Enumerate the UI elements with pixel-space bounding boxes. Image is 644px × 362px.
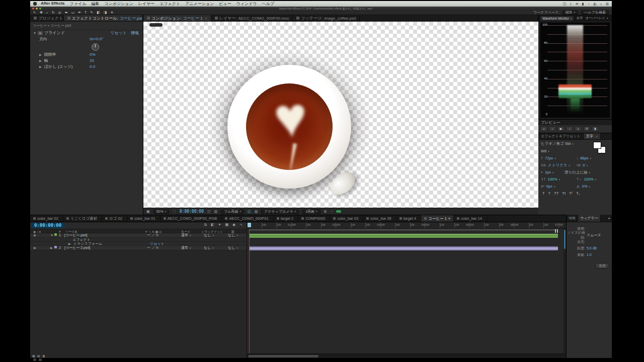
close-tab-icon[interactable]: ×: [448, 216, 450, 221]
menu-item[interactable]: ビュー: [219, 1, 231, 7]
composition-mini-flowchart-icon[interactable]: ⧉: [204, 223, 207, 227]
direction-value[interactable]: 0x+0.0°: [90, 36, 103, 42]
collapse-triangle-icon[interactable]: ▶: [39, 65, 42, 68]
collapse-triangle-icon[interactable]: ▶: [39, 59, 42, 62]
vertical-scale-select[interactable]: 100%: [548, 177, 560, 182]
transform-reset-link[interactable]: リセット: [150, 242, 165, 246]
wifi-icon[interactable]: ≋: [576, 1, 579, 7]
menu-item[interactable]: レイヤー: [138, 1, 155, 7]
timeline-comp-tab[interactable]: target 4: [396, 215, 421, 222]
shape-tool[interactable]: ▭: [71, 10, 75, 15]
effect-about-link[interactable]: 情報: [131, 30, 139, 36]
rotation-dial[interactable]: [92, 43, 99, 51]
rotation-tool[interactable]: ↻: [52, 10, 55, 15]
stroke-style-select[interactable]: 塗りの上に線: [565, 170, 590, 174]
effect-header-row[interactable]: ▼fxブラインド リセット 情報: [30, 30, 143, 36]
menu-item[interactable]: After Effects: [41, 1, 65, 7]
tracking-select[interactable]: 0: [583, 163, 588, 167]
workspace-select[interactable]: 標準: [562, 11, 579, 15]
field-value[interactable]: スムーズ: [587, 233, 601, 238]
track-matte-select[interactable]: なし: [204, 233, 214, 237]
motion-blur-icon[interactable]: ◉: [232, 223, 235, 227]
tab-effect-controls[interactable]: エフェクトコントロール: コーヒー.psd ×: [64, 15, 143, 21]
hide-shy-icon[interactable]: ✦: [218, 223, 221, 227]
tab-effects-presets[interactable]: エフェクト＆プリセット: [538, 133, 584, 139]
blend-mode-select[interactable]: 通常: [181, 246, 191, 250]
horizontal-scale-select[interactable]: 100%: [584, 177, 597, 182]
field-value[interactable]: 5.0 /秒: [587, 246, 597, 251]
effect-reset-link[interactable]: リセット: [110, 30, 127, 36]
collapse-triangle-icon[interactable]: ▶: [68, 242, 71, 246]
timeline-track-area[interactable]: 10f20f01:00f10f20f02:00f10f20f03:00f10f2…: [247, 222, 566, 358]
expand-triangle-icon[interactable]: ▼: [33, 32, 36, 35]
time-ruler[interactable]: 10f20f01:00f10f20f02:00f10f20f03:00f10f2…: [247, 222, 567, 229]
minimize-window-button[interactable]: [36, 8, 38, 10]
region-of-interest-icon[interactable]: ⬚: [173, 210, 176, 214]
faux-style-button[interactable]: T: [542, 191, 545, 196]
fast-preview-indicator[interactable]: [336, 210, 341, 213]
display-icon[interactable]: ◫: [563, 1, 567, 7]
faux-style-button[interactable]: Tt: [562, 191, 566, 196]
tab-project[interactable]: プロジェクト: [30, 15, 64, 21]
width-value[interactable]: 20: [90, 58, 94, 64]
view-layout-select[interactable]: 1画面: [302, 210, 320, 214]
apple-menu-icon[interactable]: [33, 2, 37, 6]
magnification-select[interactable]: 50%: [153, 210, 170, 214]
timeline-comp-tab[interactable]: AECC_COMO_000P01: [222, 215, 273, 222]
hand-tool[interactable]: ✥: [40, 10, 43, 15]
tab-composition[interactable]: コンポジション: コーヒー 1 ×: [143, 15, 211, 21]
effect-property-row[interactable]: ▶ 幅 20: [30, 58, 143, 64]
current-time-display[interactable]: 0:00:00:00: [31, 223, 64, 228]
selection-tool[interactable]: ↖: [33, 10, 36, 15]
draft-3d-icon[interactable]: ◧: [211, 223, 214, 227]
effect-property-row[interactable]: 方向 0x+0.0°: [30, 36, 143, 42]
expand-transfer-controls-icon[interactable]: ▤: [37, 354, 40, 357]
layer-row[interactable]: ◉ ▼ 1 [コーヒー.psd] 〜 ／ fx 通常 なし なし: [30, 233, 247, 238]
tab-footage[interactable]: フッテージ: image_coffee.psd: [293, 15, 360, 21]
completion-value[interactable]: 0%: [90, 52, 96, 58]
layer-name[interactable]: [コーヒー.psd]: [64, 233, 87, 237]
layer-name[interactable]: [コーヒー 2.psd]: [64, 246, 90, 250]
work-area-bar[interactable]: [249, 229, 558, 231]
scope-type-select[interactable]: Waveform Monitor: [540, 16, 574, 21]
current-time-indicator[interactable]: [248, 223, 251, 227]
menu-item[interactable]: コンポジション: [104, 1, 133, 7]
composition-viewer[interactable]: ♥: [143, 22, 538, 208]
timeline-comp-tab[interactable]: AECC_COMO_000P00_RGB: [160, 215, 222, 222]
ram-preview-button[interactable]: ▮: [592, 126, 599, 131]
timeline-comp-tab[interactable]: target 2: [274, 215, 298, 222]
transform-group-row[interactable]: ▶ トランスフォーム リセット: [30, 242, 247, 246]
pasteboard-icon[interactable]: [33, 358, 36, 361]
timeline-comp-tab[interactable]: color_bar 01: [127, 215, 160, 222]
font-family-select[interactable]: ヒラギノ角ゴ Std: [541, 141, 574, 146]
resolution-select[interactable]: フル画質: [221, 210, 244, 214]
effect-property-row[interactable]: ▶ ぼかし (エッジ) 0.0: [30, 64, 143, 70]
unified-camera-tool[interactable]: ◎: [58, 10, 61, 15]
spotlight-icon[interactable]: ⌕: [600, 1, 602, 7]
pasteboard-icon[interactable]: [39, 358, 42, 361]
timeline-comp-tab[interactable]: color_bar 02: [30, 215, 63, 222]
menu-item[interactable]: エフェクト: [159, 1, 180, 7]
menu-item[interactable]: ヘルプ: [262, 1, 275, 7]
panel-menu-icon[interactable]: ▸: [608, 216, 612, 220]
type-tool[interactable]: T: [85, 10, 87, 15]
battery-icon[interactable]: ▮: [582, 1, 584, 7]
faux-style-button[interactable]: T: [548, 191, 551, 196]
notification-center-icon[interactable]: ☰: [606, 1, 609, 7]
leading-select[interactable]: 86px: [580, 156, 591, 160]
frame-blend-icon[interactable]: ▦: [225, 223, 228, 227]
collapse-triangle-icon[interactable]: ▶: [39, 53, 42, 56]
eye-icon[interactable]: ◉: [33, 233, 36, 237]
tab-layer[interactable]: レイヤー: AECC_COMO_000P00.mov: [211, 15, 293, 21]
timeline-comp-tab[interactable]: color_bar 05: [363, 215, 396, 222]
track-matte-select[interactable]: なし: [204, 246, 214, 250]
timeline-comp-tab[interactable]: コーヒー 1 ×: [421, 215, 454, 222]
input-source-icon[interactable]: あ: [593, 1, 597, 7]
display-mode-select[interactable]: オーバーレイ: [585, 16, 608, 21]
first-frame-button[interactable]: «: [540, 126, 547, 131]
timeline-comp-tab[interactable]: COMP0000: [298, 215, 330, 222]
take-snapshot-icon[interactable]: ◫: [207, 210, 211, 214]
brush-tool[interactable]: ✎: [90, 10, 93, 15]
faux-style-button[interactable]: TT: [554, 191, 558, 196]
menu-item[interactable]: ファイル: [70, 1, 87, 7]
